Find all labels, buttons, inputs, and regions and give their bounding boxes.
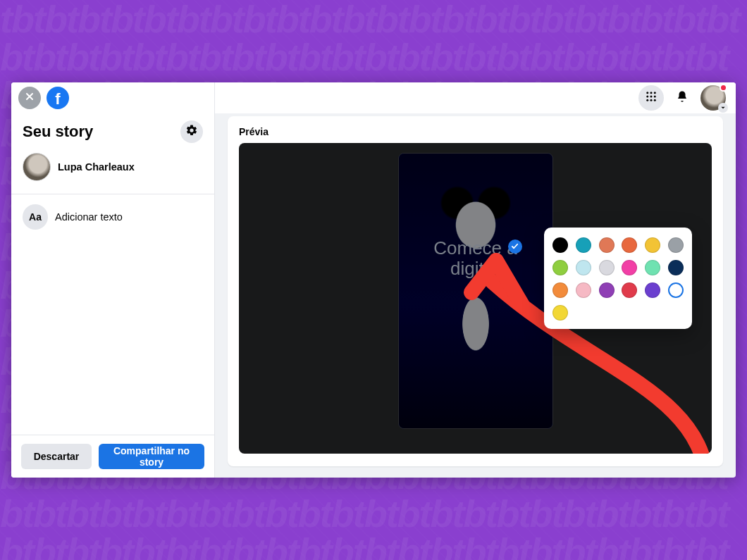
svg-point-7 <box>650 99 653 101</box>
color-swatch[interactable] <box>668 260 684 275</box>
svg-point-4 <box>650 96 653 98</box>
color-swatch[interactable] <box>599 237 615 253</box>
color-swatch[interactable] <box>622 237 637 253</box>
sidebar-topbar: f <box>11 82 214 113</box>
color-swatch[interactable] <box>645 282 660 298</box>
main-topbar <box>215 82 736 113</box>
facebook-logo[interactable]: f <box>47 87 69 109</box>
color-swatch[interactable] <box>645 237 660 253</box>
notification-dot-icon <box>720 84 727 92</box>
color-palette <box>544 228 692 329</box>
text-icon: Aa <box>23 204 48 230</box>
text-placeholder[interactable]: Comece a digitar <box>399 238 552 279</box>
color-swatch[interactable] <box>622 282 637 298</box>
color-swatch[interactable] <box>645 260 660 275</box>
discard-button[interactable]: Descartar <box>21 444 92 469</box>
color-swatch[interactable] <box>668 282 684 298</box>
color-swatch[interactable] <box>552 237 568 253</box>
share-button[interactable]: Compartilhar no story <box>99 444 204 469</box>
check-icon <box>511 240 519 253</box>
add-text-tool[interactable]: Aa Adicionar texto <box>11 194 214 239</box>
color-swatch[interactable] <box>552 305 568 321</box>
color-swatch[interactable] <box>576 282 591 298</box>
color-swatch[interactable] <box>576 237 591 253</box>
svg-point-5 <box>654 96 656 98</box>
close-icon <box>24 91 35 105</box>
preview-card: Prévia Comece a digitar <box>228 116 723 466</box>
svg-point-6 <box>646 99 648 101</box>
story-image <box>399 154 552 428</box>
svg-point-8 <box>654 99 656 101</box>
text-placeholder-line1: Comece a <box>433 237 517 259</box>
menu-grid-button[interactable] <box>638 85 664 111</box>
notifications-button[interactable] <box>669 85 695 111</box>
color-swatch[interactable] <box>599 260 615 275</box>
color-swatch[interactable] <box>552 282 568 298</box>
sidebar-header: Seu story <box>11 113 214 143</box>
text-placeholder-line2: digitar <box>450 258 500 279</box>
preview-stage[interactable]: Comece a digitar <box>239 143 712 454</box>
chevron-down-icon <box>718 103 728 113</box>
color-swatch[interactable] <box>668 237 684 253</box>
sidebar-title: Seu story <box>23 123 93 141</box>
svg-point-3 <box>646 96 648 98</box>
sidebar-footer: Descartar Compartilhar no story <box>11 435 214 478</box>
avatar <box>23 153 51 181</box>
svg-point-2 <box>654 92 656 94</box>
sidebar: f Seu story Lupa Charleaux Aa Adicionar … <box>11 82 215 478</box>
main: Prévia Comece a digitar <box>215 82 736 478</box>
color-swatch[interactable] <box>576 260 591 275</box>
gear-icon <box>185 124 198 139</box>
color-swatch[interactable] <box>599 282 615 298</box>
bell-icon <box>676 90 689 106</box>
close-button[interactable] <box>18 87 41 109</box>
add-text-label: Adicionar texto <box>55 211 123 223</box>
color-swatch[interactable] <box>552 260 568 275</box>
color-swatch[interactable] <box>622 260 637 275</box>
account-menu[interactable] <box>700 85 726 111</box>
svg-point-1 <box>650 92 653 94</box>
swatch-grid <box>552 237 684 321</box>
story-canvas[interactable]: Comece a digitar <box>398 153 553 429</box>
svg-point-0 <box>646 92 648 94</box>
author-row[interactable]: Lupa Charleaux <box>11 143 214 194</box>
confirm-text-button[interactable] <box>508 239 522 254</box>
author-name: Lupa Charleaux <box>58 161 135 173</box>
settings-button[interactable] <box>180 120 203 143</box>
facebook-story-editor: f Seu story Lupa Charleaux Aa Adicionar … <box>11 82 736 478</box>
grid-icon <box>645 90 658 106</box>
facebook-logo-icon: f <box>55 92 60 107</box>
preview-label: Prévia <box>239 126 712 137</box>
